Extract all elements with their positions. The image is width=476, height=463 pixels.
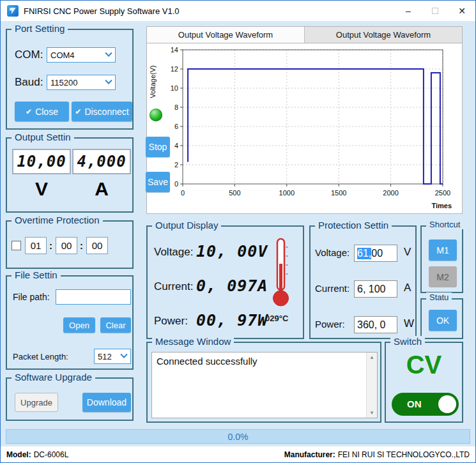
waveform-panel: Output Voltage Waveform Output Voltage W… <box>146 26 463 214</box>
file-path-input[interactable] <box>56 289 131 305</box>
thermometer-icon <box>271 237 290 308</box>
m1-button[interactable]: M1 <box>429 239 457 261</box>
file-path-label: File path: <box>13 292 50 302</box>
svg-text:500: 500 <box>229 189 240 197</box>
current-set-display[interactable]: 4,000 <box>72 149 131 174</box>
current-readout-value: 0, 097A <box>196 277 268 295</box>
selected-text: 61, <box>357 248 371 259</box>
packet-length-select[interactable]: 512 <box>94 349 131 364</box>
mode-indicator: CV <box>386 351 462 379</box>
svg-text:4: 4 <box>174 142 178 149</box>
time-separator: : <box>80 240 83 251</box>
overtime-checkbox[interactable] <box>12 241 21 250</box>
hours-field[interactable]: 01 <box>25 237 47 254</box>
protection-power-unit: W <box>404 317 414 330</box>
temperature-readout: 029°C <box>265 314 288 323</box>
protection-current-label: Current: <box>315 283 349 294</box>
power-readout-label: Power: <box>154 315 188 328</box>
manufacturer-label: Manufacturer: <box>284 450 335 459</box>
model-value: DC-6006L <box>34 450 69 459</box>
status-group: Statu OK <box>420 298 463 339</box>
output-display-group: Output Display Voltage: 10, 00V Current:… <box>146 225 304 339</box>
waveform-tabs: Output Voltage Waveform Output Voltage W… <box>147 27 462 43</box>
baud-label: Baud: <box>15 76 43 89</box>
chevron-down-icon <box>120 351 127 358</box>
svg-text:1500: 1500 <box>331 189 346 197</box>
com-label: COM: <box>15 49 43 61</box>
protection-voltage-label: Voltage: <box>315 247 349 258</box>
protection-power-label: Power: <box>315 319 345 330</box>
protection-current-input[interactable]: 6, 100 <box>354 280 397 298</box>
protection-power-input[interactable]: 360, 0 <box>354 316 397 333</box>
tab-output-voltage-waveform-2[interactable]: Output Voltage Waveform <box>305 27 462 43</box>
model-label: Model: <box>6 450 31 459</box>
current-readout-label: Current: <box>154 280 193 293</box>
clear-button[interactable]: Clear <box>100 317 131 333</box>
window-controls: – ✕ <box>395 1 475 21</box>
open-button[interactable]: Open <box>63 317 95 333</box>
voltage-unit-label: V <box>12 178 71 200</box>
baud-value: 115200 <box>50 78 77 87</box>
output-setting-title: Output Settin <box>12 132 74 142</box>
save-button[interactable]: Save <box>146 172 170 192</box>
message-window-title: Message Window <box>152 336 234 347</box>
stop-button[interactable]: Stop <box>146 137 170 157</box>
overtime-protection-title: Overtime Protection <box>12 215 103 225</box>
packet-length-label: Packet Length: <box>13 352 68 361</box>
minimize-button[interactable]: – <box>395 1 422 21</box>
progress-bar: 0.0% <box>6 429 470 444</box>
manufacturer-value: FEI NI RUI SI TECHNOLOGYCO.,LTD <box>338 450 470 459</box>
minutes-field[interactable]: 00 <box>56 237 77 254</box>
current-unit-label: A <box>72 178 131 200</box>
app-icon <box>7 5 19 17</box>
seconds-field[interactable]: 00 <box>86 237 108 254</box>
protection-setting-title: Protection Settin <box>315 220 392 231</box>
com-select[interactable]: COM4 <box>47 47 116 63</box>
svg-text:6: 6 <box>174 123 178 130</box>
voltage-set-display[interactable]: 10,00 <box>12 149 71 174</box>
svg-text:10: 10 <box>171 84 178 92</box>
message-window-group: Message Window Connected successfully ▲ … <box>146 342 381 423</box>
message-scrollbar[interactable]: ▲ ▼ <box>366 353 377 418</box>
svg-text:12: 12 <box>171 65 178 73</box>
baud-select[interactable]: 115200 <box>47 75 116 90</box>
file-setting-group: File Settin File path: Open Clear Packet… <box>6 275 134 370</box>
close-port-label: Close <box>35 107 58 117</box>
check-icon: ✔ <box>26 108 32 116</box>
progress-value: 0.0% <box>228 432 249 442</box>
close-port-button[interactable]: ✔ Close <box>15 102 69 121</box>
message-area[interactable]: Connected successfully ▲ ▼ <box>151 352 378 418</box>
overtime-protection-group: Overtime Protection 01 : 00 : 00 <box>6 220 134 269</box>
protection-voltage-unit: V <box>404 246 411 259</box>
switch-title: Switch <box>390 336 425 347</box>
m2-button[interactable]: M2 <box>429 266 457 287</box>
output-display-title: Output Display <box>152 220 221 231</box>
tab-output-voltage-waveform[interactable]: Output Voltage Waveform <box>147 27 305 43</box>
toggle-state-label: ON <box>407 398 422 409</box>
software-upgrade-title: Software Upgrade <box>12 372 95 383</box>
upgrade-button[interactable]: Upgrade <box>15 393 58 412</box>
svg-text:Voltage(V): Voltage(V) <box>149 65 157 98</box>
voltage-readout-label: Voltage: <box>154 246 193 259</box>
disconnect-label: Disconnect <box>84 107 128 117</box>
svg-text:0: 0 <box>174 180 178 188</box>
scroll-up-icon[interactable]: ▲ <box>369 353 374 362</box>
status-title: Statu <box>426 292 452 302</box>
waveform-chart: 0246810121405001000150020002500Voltage(V… <box>147 43 462 213</box>
protection-voltage-input[interactable]: 61, 00 <box>354 245 397 262</box>
svg-text:1000: 1000 <box>279 189 295 197</box>
packet-length-value: 512 <box>98 352 112 361</box>
close-window-button[interactable]: ✕ <box>449 1 475 21</box>
chevron-down-icon <box>105 77 112 84</box>
ok-button[interactable]: OK <box>429 310 457 331</box>
software-upgrade-group: Software Upgrade Upgrade Download <box>6 377 134 421</box>
svg-text:2: 2 <box>174 161 178 169</box>
scroll-down-icon[interactable]: ▼ <box>369 408 374 418</box>
download-button[interactable]: Download <box>82 393 131 412</box>
switch-group: Switch CV ON <box>385 342 463 423</box>
disconnect-button[interactable]: ✔ Disconnect <box>72 102 132 121</box>
toggle-knob[interactable] <box>438 395 456 413</box>
output-toggle[interactable]: ON <box>392 393 459 416</box>
maximize-button[interactable] <box>422 1 449 21</box>
svg-text:14: 14 <box>171 46 178 54</box>
